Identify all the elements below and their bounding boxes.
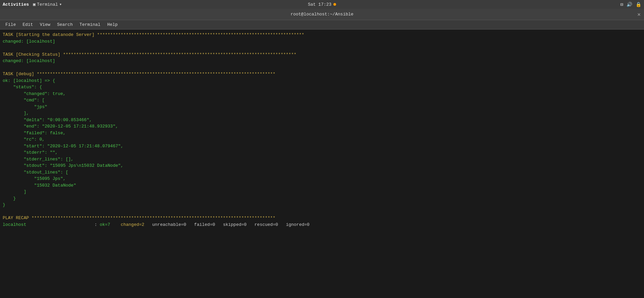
ok-line-16: "15095 Jps", <box>3 176 66 181</box>
notification-dot <box>333 3 336 6</box>
recap-skipped: skipped=0 <box>223 222 246 227</box>
system-bar-right: ⊟ 🔊 🔒 <box>620 2 641 7</box>
clock-display: Sat 17:23 <box>308 2 331 7</box>
task-line-1: TASK [Starting the datanode Server] ****… <box>3 32 304 37</box>
changed-line-2: changed: [localhost] <box>3 58 55 63</box>
terminal-menu-button[interactable]: ▣ Terminal ▾ <box>33 2 62 7</box>
menu-bar: File Edit View Search Terminal Help <box>0 20 644 30</box>
terminal-label: Terminal <box>37 2 58 7</box>
ok-line-10: "rc": 0, <box>3 137 45 142</box>
changed-line-1: changed: [localhost] <box>3 39 55 44</box>
recap-rescued: rescued=0 <box>254 222 278 227</box>
recap-failed: failed=0 <box>194 222 215 227</box>
system-bar-center: Sat 17:23 <box>308 2 336 7</box>
ok-line-6: ], <box>3 111 29 116</box>
ok-line-5: "jps" <box>3 104 47 109</box>
recap-host: localhost <box>3 222 26 227</box>
ok-line-20: } <box>3 202 5 207</box>
close-button[interactable]: ✕ <box>637 11 641 18</box>
recap-row: localhost : ok=7 changed=2 unreachable=0… <box>3 222 310 227</box>
menu-file[interactable]: File <box>3 21 18 28</box>
menu-edit[interactable]: Edit <box>20 21 36 28</box>
lock-icon[interactable]: 🔒 <box>636 2 641 7</box>
ok-line-1: ok: [localhost] => { <box>3 78 55 83</box>
ok-line-19: } <box>3 196 16 201</box>
ok-line-3: "changed": true, <box>3 91 66 96</box>
ok-line-15: "stdout_lines": [ <box>3 170 68 175</box>
task-line-2: TASK [Checking Status] *****************… <box>3 52 296 57</box>
system-bar-left: Activities ▣ Terminal ▾ <box>3 2 62 7</box>
ok-line-17: "15032 DataNode" <box>3 183 76 188</box>
ok-line-2: "status": { <box>3 85 42 90</box>
window-title: root@localhost:~/Ansible <box>290 12 353 17</box>
ok-line-13: "stderr_lines": [], <box>3 157 74 162</box>
recap-changed: changed=2 <box>121 222 144 227</box>
menu-terminal[interactable]: Terminal <box>77 21 103 28</box>
terminal-dropdown-icon: ▾ <box>59 2 62 7</box>
terminal-icon: ▣ <box>33 2 36 7</box>
recap-ok: ok=7 <box>100 222 110 227</box>
ok-line-11: "start": "2020-12-05 17:21:48.079467", <box>3 144 123 149</box>
network-icon[interactable]: ⊟ <box>620 2 623 7</box>
menu-search[interactable]: Search <box>54 21 76 28</box>
ok-line-14: "stdout": "15095 Jps\n15032 DataNode", <box>3 163 123 168</box>
ok-line-7: "delta": "0:00:00.853466", <box>3 117 92 122</box>
ok-line-18: ] <box>3 189 26 194</box>
ok-line-8: "end": "2020-12-05 17:21:48.932933", <box>3 124 118 129</box>
ok-line-12: "stderr": "", <box>3 150 58 155</box>
play-recap-line: PLAY RECAP *****************************… <box>3 215 275 220</box>
terminal-content[interactable]: TASK [Starting the datanode Server] ****… <box>0 30 644 298</box>
ok-line-4: "cmd": [ <box>3 98 45 103</box>
recap-ignored: ignored=0 <box>286 222 310 227</box>
recap-unreachable: unreachable=0 <box>152 222 186 227</box>
system-bar: Activities ▣ Terminal ▾ Sat 17:23 ⊟ 🔊 🔒 <box>0 0 644 9</box>
task-line-3: TASK [debug] ***************************… <box>3 71 275 77</box>
activities-button[interactable]: Activities <box>3 2 29 7</box>
title-bar: root@localhost:~/Ansible ✕ <box>0 9 644 20</box>
volume-icon[interactable]: 🔊 <box>627 2 632 7</box>
ok-line-9: "failed": false, <box>3 131 66 136</box>
menu-help[interactable]: Help <box>105 21 120 28</box>
menu-view[interactable]: View <box>37 21 53 28</box>
